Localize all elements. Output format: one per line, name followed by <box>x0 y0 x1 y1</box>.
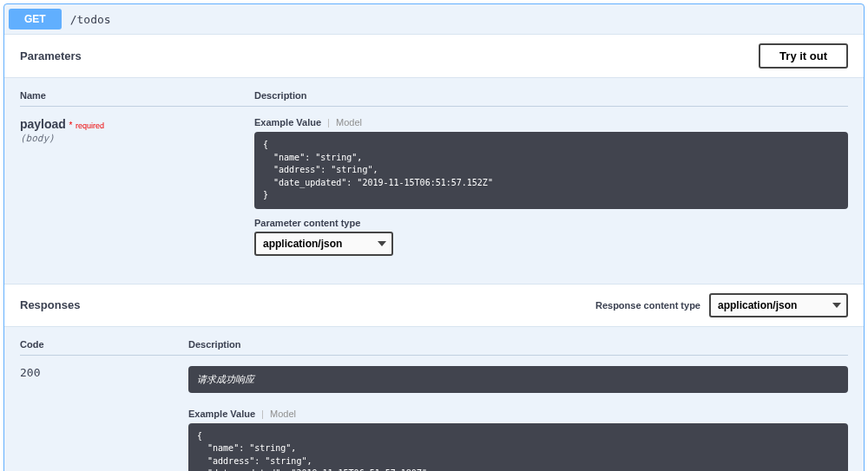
tab-example-value[interactable]: Example Value <box>188 409 255 419</box>
try-it-out-button[interactable]: Try it out <box>759 43 848 69</box>
param-col-header-desc: Description <box>254 90 848 101</box>
parameters-body: Name Description payload * required (bod… <box>4 78 864 284</box>
param-content-type-label: Parameter content type <box>254 218 848 228</box>
tab-separator: | <box>261 409 264 419</box>
param-col-header-name: Name <box>20 90 254 101</box>
response-example-body[interactable]: { "name": "string", "address": "string",… <box>188 423 848 472</box>
param-content-type-select[interactable]: application/json <box>254 232 393 256</box>
parameters-title: Parameters <box>20 49 82 62</box>
response-content-type-label: Response content type <box>595 300 700 311</box>
response-code: 200 <box>20 366 188 472</box>
required-star: * <box>69 121 73 130</box>
parameters-bar: Parameters Try it out <box>4 34 864 78</box>
operation-header[interactable]: GET /todos <box>4 4 864 34</box>
response-description: 请求成功响应 <box>188 366 848 393</box>
table-row: payload * required (body) Example Value … <box>20 107 848 256</box>
endpoint-path: /todos <box>70 13 111 26</box>
method-badge: GET <box>9 9 62 29</box>
tab-separator: | <box>327 117 330 128</box>
param-in: (body) <box>20 133 254 144</box>
resp-col-header-desc: Description <box>188 339 848 350</box>
response-content-type-select[interactable]: application/json <box>709 293 848 317</box>
param-name: payload <box>20 117 66 131</box>
operation-panel: GET /todos Parameters Try it out Name De… <box>3 3 865 471</box>
required-text: required <box>76 121 104 130</box>
responses-title: Responses <box>20 298 80 311</box>
table-row: 200 请求成功响应 Example Value | Model { "name… <box>20 356 848 472</box>
resp-col-header-code: Code <box>20 339 188 350</box>
responses-body: Code Description 200 请求成功响应 Example Valu… <box>4 327 864 472</box>
responses-bar: Responses Response content type applicat… <box>4 284 864 327</box>
tab-model[interactable]: Model <box>336 117 362 128</box>
param-example-body[interactable]: { "name": "string", "address": "string",… <box>254 132 848 209</box>
tab-example-value[interactable]: Example Value <box>254 117 321 128</box>
tab-model[interactable]: Model <box>270 409 296 419</box>
